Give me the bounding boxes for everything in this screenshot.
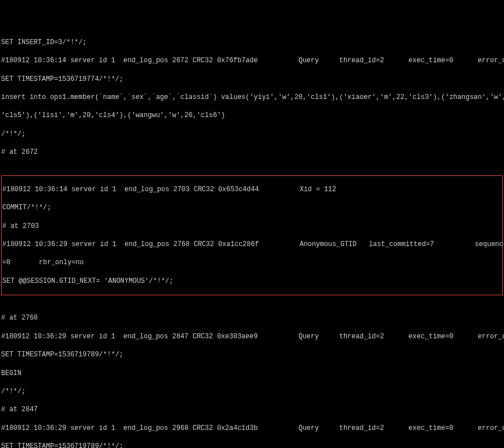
log-line: SET INSERT_ID=3/*!*/; bbox=[1, 38, 503, 47]
log-line: #180912 10:36:29 server id 1 end_log_pos… bbox=[2, 240, 502, 249]
log-line: SET TIMESTAMP=1536719789/*!*/; bbox=[1, 350, 503, 359]
log-line: =8 rbr_only=no bbox=[2, 258, 502, 267]
log-line: #180912 10:36:14 server id 1 end_log_pos… bbox=[1, 56, 503, 65]
log-line: insert into ops1.member(`name`,`sex`,`ag… bbox=[1, 93, 503, 102]
log-line: # at 2847 bbox=[1, 405, 503, 414]
log-line: COMMIT/*!*/; bbox=[2, 203, 502, 212]
log-line: #180912 10:36:14 server id 1 end_log_pos… bbox=[2, 185, 502, 194]
log-line: # at 2768 bbox=[1, 313, 503, 322]
log-line: SET TIMESTAMP=1536719774/*!*/; bbox=[1, 75, 503, 84]
log-line: 'cls5'),('lisi','m',20,'cls4'),('wangwu'… bbox=[1, 111, 503, 120]
log-line: # at 2672 bbox=[1, 148, 503, 157]
log-line: SET TIMESTAMP=1536719789/*!*/; bbox=[1, 442, 503, 448]
log-line: # at 2703 bbox=[2, 222, 502, 231]
log-line: #180912 10:36:29 server id 1 end_log_pos… bbox=[1, 332, 503, 341]
log-line: /*!*/; bbox=[1, 387, 503, 396]
log-line: /*!*/; bbox=[1, 130, 503, 139]
highlight-box-1: #180912 10:36:14 server id 1 end_log_pos… bbox=[1, 175, 503, 295]
log-line: #180912 10:36:29 server id 1 end_log_pos… bbox=[1, 424, 503, 433]
log-line: SET @@SESSION.GTID_NEXT= 'ANONYMOUS'/*!*… bbox=[2, 277, 502, 286]
log-line: BEGIN bbox=[1, 369, 503, 378]
